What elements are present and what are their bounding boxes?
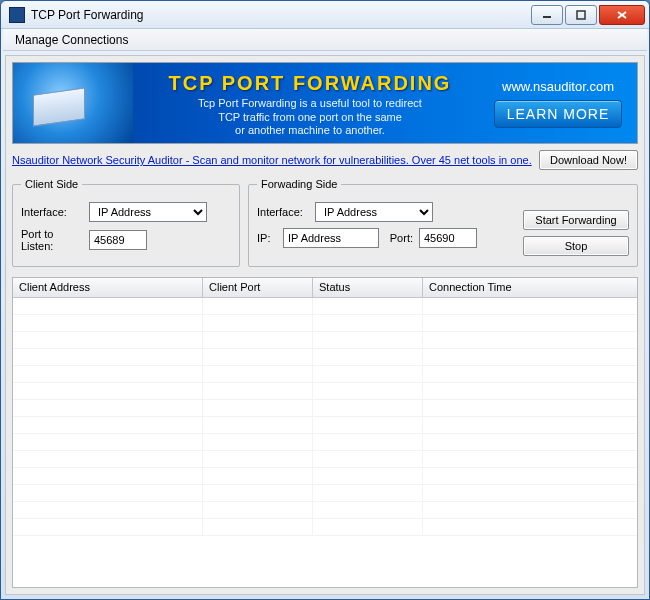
fwd-interface-select[interactable]: IP Address (315, 202, 433, 222)
window-controls (529, 5, 645, 25)
close-button[interactable] (599, 5, 645, 25)
client-port-label: Port to Listen: (21, 228, 83, 252)
client-interface-select[interactable]: IP Address (89, 202, 207, 222)
table-row (13, 332, 637, 349)
learn-more-button[interactable]: LEARN MORE (494, 100, 623, 128)
forwarding-side-legend: Forwading Side (257, 178, 341, 190)
window-title: TCP Port Forwarding (31, 8, 529, 22)
table-body[interactable] (13, 298, 637, 587)
banner-description: Tcp Port Forwarding is a useful tool to … (139, 97, 481, 138)
banner-graphic-icon (13, 63, 133, 143)
menu-manage-connections[interactable]: Manage Connections (9, 31, 134, 49)
banner-desc-line: Tcp Port Forwarding is a useful tool to … (139, 97, 481, 111)
banner-desc-line: TCP traffic from one port on the same (139, 111, 481, 125)
fwd-port-label: Port: (385, 232, 413, 244)
connections-table: Client Address Client Port Status Connec… (12, 277, 638, 588)
th-client-address[interactable]: Client Address (13, 278, 203, 297)
download-now-button[interactable]: Download Now! (539, 150, 638, 170)
th-status[interactable]: Status (313, 278, 423, 297)
client-port-input[interactable] (89, 230, 147, 250)
minimize-icon (542, 10, 552, 20)
banner-desc-line: or another machine to another. (139, 124, 481, 138)
config-panels: Client Side Interface: IP Address Port t… (12, 178, 638, 267)
app-window: TCP Port Forwarding Manage Connections T… (0, 0, 650, 600)
table-row (13, 298, 637, 315)
client-side-group: Client Side Interface: IP Address Port t… (12, 178, 240, 267)
table-row (13, 519, 637, 536)
maximize-icon (576, 10, 586, 20)
banner-text: TCP PORT FORWARDING Tcp Port Forwarding … (133, 68, 487, 138)
client-interface-label: Interface: (21, 206, 83, 218)
fwd-ip-input[interactable] (283, 228, 379, 248)
banner-url[interactable]: www.nsauditor.com (487, 79, 629, 94)
table-row (13, 434, 637, 451)
table-row (13, 349, 637, 366)
th-connection-time[interactable]: Connection Time (423, 278, 637, 297)
promo-link-row: Nsauditor Network Security Auditor - Sca… (12, 150, 638, 170)
app-icon (9, 7, 25, 23)
client-side-legend: Client Side (21, 178, 82, 190)
titlebar[interactable]: TCP Port Forwarding (1, 1, 649, 29)
table-row (13, 383, 637, 400)
promo-banner[interactable]: TCP PORT FORWARDING Tcp Port Forwarding … (12, 62, 638, 144)
menubar: Manage Connections (3, 29, 647, 51)
svg-rect-1 (577, 11, 585, 19)
table-row (13, 315, 637, 332)
table-header: Client Address Client Port Status Connec… (13, 278, 637, 298)
forwarding-buttons: Start Forwarding Stop (523, 196, 629, 256)
fwd-interface-label: Interface: (257, 206, 309, 218)
th-client-port[interactable]: Client Port (203, 278, 313, 297)
start-forwarding-button[interactable]: Start Forwarding (523, 210, 629, 230)
forwarding-side-group: Forwading Side Interface: IP Address IP: (248, 178, 638, 267)
table-row (13, 400, 637, 417)
banner-title: TCP PORT FORWARDING (139, 72, 481, 95)
table-row (13, 485, 637, 502)
banner-right: www.nsauditor.com LEARN MORE (487, 79, 637, 128)
forwarding-fields: Interface: IP Address IP: Port: (257, 196, 515, 256)
table-row (13, 366, 637, 383)
nsauditor-link[interactable]: Nsauditor Network Security Auditor - Sca… (12, 154, 533, 166)
table-row (13, 468, 637, 485)
maximize-button[interactable] (565, 5, 597, 25)
fwd-ip-label: IP: (257, 232, 277, 244)
table-row (13, 417, 637, 434)
fwd-port-input[interactable] (419, 228, 477, 248)
close-icon (616, 10, 628, 20)
table-row (13, 502, 637, 519)
table-row (13, 451, 637, 468)
stop-button[interactable]: Stop (523, 236, 629, 256)
minimize-button[interactable] (531, 5, 563, 25)
content-area: TCP PORT FORWARDING Tcp Port Forwarding … (5, 55, 645, 595)
